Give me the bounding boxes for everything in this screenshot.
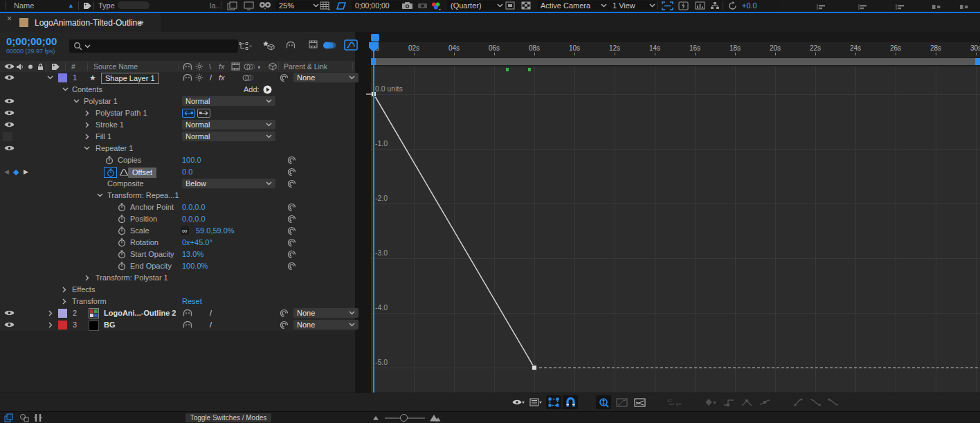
stopwatch-icon[interactable]: [118, 225, 126, 236]
group-row-polystar-path[interactable]: Polystar Path 1: [0, 107, 355, 120]
previous-keyframe-icon[interactable]: ◀: [4, 166, 9, 177]
expression-pickwhip-icon[interactable]: [287, 166, 296, 177]
parent-dropdown[interactable]: None: [293, 308, 359, 318]
group-label[interactable]: Transform: Repea...1: [107, 190, 179, 201]
property-value[interactable]: 0.0,0.0: [182, 213, 206, 224]
group-row-polystar[interactable]: Polystar 1 Normal: [0, 96, 355, 108]
easy-ease-icon[interactable]: [792, 395, 807, 409]
graph-editor-canvas[interactable]: 0.0 units-1.0-2.0-3.0-4.0-5.0: [371, 66, 980, 393]
parent-pickwhip-icon[interactable]: [280, 72, 289, 83]
expander-icon[interactable]: [62, 296, 66, 307]
close-icon[interactable]: ×: [7, 13, 12, 24]
property-row-scale[interactable]: Scale ∞ 59.0,59.0%: [0, 225, 355, 237]
auto-zoom-height-icon[interactable]: [596, 395, 611, 409]
layer-color-swatch[interactable]: [58, 321, 67, 330]
property-row-anchor-point[interactable]: Anchor Point 0.0,0.0: [0, 201, 355, 214]
visibility-icon[interactable]: [4, 119, 15, 130]
motion-blur-toggle-icon[interactable]: [242, 72, 254, 83]
snapshot-camera-icon[interactable]: [401, 1, 413, 10]
distribute-center-icon[interactable]: [959, 4, 969, 10]
next-keyframe-icon[interactable]: ▶: [24, 166, 28, 177]
shy-switch-icon[interactable]: [183, 63, 192, 70]
expand-layer-switches-icon[interactable]: [4, 413, 15, 422]
navigator-start-handle[interactable]: [371, 34, 379, 42]
property-value[interactable]: 13.0%: [182, 249, 203, 260]
group-label[interactable]: Fill 1: [96, 131, 111, 142]
show-channel-icon[interactable]: [430, 1, 442, 10]
snap-icon[interactable]: [563, 395, 578, 409]
hide-shy-layers-icon[interactable]: [286, 42, 296, 48]
keyframe-diamond-icon[interactable]: ◆: [13, 166, 19, 177]
fit-all-graphs-icon[interactable]: [632, 395, 647, 409]
project-type-column[interactable]: Type: [98, 0, 115, 11]
edit-selected-keyframes-icon[interactable]: [703, 395, 718, 409]
solo-column-icon[interactable]: [27, 64, 34, 70]
motion-blur-switch-icon[interactable]: [244, 63, 255, 71]
include-in-graph-icon[interactable]: [119, 166, 129, 177]
expander-icon[interactable]: [62, 84, 69, 95]
parent-pickwhip-icon[interactable]: [280, 319, 289, 330]
layer-color-swatch[interactable]: [58, 309, 67, 318]
path-direction-reverse-icon[interactable]: [182, 107, 195, 118]
group-row-transform[interactable]: Transform Reset: [0, 296, 355, 308]
pixel-aspect-correction-icon[interactable]: [662, 1, 673, 10]
stopwatch-icon[interactable]: [118, 249, 126, 260]
shy-toggle-icon[interactable]: [183, 319, 192, 330]
fit-selection-icon[interactable]: [614, 395, 629, 409]
easy-ease-in-icon[interactable]: [808, 395, 824, 409]
expander-icon[interactable]: [48, 307, 53, 318]
property-value[interactable]: 0x+45.0°: [182, 237, 212, 248]
expander-icon[interactable]: [73, 96, 80, 107]
group-label[interactable]: Effects: [72, 284, 95, 295]
property-label[interactable]: Copies: [118, 154, 141, 165]
group-row-effects[interactable]: Effects: [0, 284, 355, 296]
timeline-zoom-slider-knob[interactable]: [400, 414, 408, 422]
expand-transfer-controls-icon[interactable]: [19, 413, 30, 422]
show-snapshot-icon[interactable]: [417, 1, 428, 10]
property-row-composite[interactable]: Composite Below: [0, 178, 355, 190]
pane-divider[interactable]: [355, 32, 371, 423]
auto-bezier-keyframe-icon[interactable]: [757, 395, 772, 409]
property-row-rotation[interactable]: Rotation 0x+45.0°: [0, 237, 355, 249]
search-input[interactable]: [69, 39, 238, 53]
align-left-icon[interactable]: [817, 4, 826, 10]
constrain-proportions-icon[interactable]: ∞: [181, 226, 189, 235]
expression-pickwhip-icon[interactable]: [287, 237, 296, 248]
group-label[interactable]: Polystar 1: [84, 96, 118, 107]
transform-box-icon[interactable]: [546, 395, 561, 409]
composition-tab[interactable]: × LogoAnimation-Tilted-Outline ≡: [0, 13, 161, 32]
parent-dropdown[interactable]: None: [293, 73, 359, 82]
work-area-bar[interactable]: [376, 58, 975, 65]
layer-row-3[interactable]: 3 BG / None: [0, 319, 355, 332]
group-row-contents[interactable]: Contents Add:: [0, 84, 355, 96]
keyframe-point[interactable]: [532, 366, 537, 370]
property-label[interactable]: Rotation: [130, 237, 158, 248]
group-label[interactable]: Contents: [72, 84, 102, 95]
current-timecode[interactable]: 0;00;00;00: [6, 35, 57, 47]
reset-link[interactable]: Reset: [182, 296, 202, 307]
stopwatch-icon[interactable]: [118, 237, 126, 248]
magnification-dropdown[interactable]: 25%: [275, 1, 323, 10]
comp-tab-title[interactable]: LogoAnimation-Tilted-Outline: [35, 13, 142, 32]
composite-dropdown[interactable]: Below: [182, 179, 275, 188]
flowchart-panel-icon[interactable]: [710, 1, 720, 10]
property-value[interactable]: 59.0,59.0%: [196, 225, 235, 236]
property-row-offset[interactable]: ◀ ◆ ▶ Offset 0.0: [0, 166, 355, 179]
visibility-icon[interactable]: [4, 107, 15, 118]
expression-pickwhip-icon[interactable]: [287, 225, 296, 236]
zoom-out-icon[interactable]: [372, 415, 381, 420]
work-area-end-handle[interactable]: [975, 58, 980, 65]
parent-pickwhip-icon[interactable]: [280, 307, 289, 318]
view-layout-dropdown[interactable]: 1 View: [609, 1, 659, 10]
layer-name[interactable]: LogoAni...-Outline 2: [104, 307, 176, 318]
layer-name[interactable]: Shape Layer 1: [101, 73, 159, 84]
expander-icon[interactable]: [85, 131, 89, 142]
parent-link-column[interactable]: Parent & Link: [284, 61, 327, 72]
show-properties-icon[interactable]: [511, 395, 526, 409]
collapse-toggle-icon[interactable]: [195, 72, 203, 83]
expander-icon[interactable]: [97, 190, 103, 201]
expander-icon[interactable]: [85, 119, 89, 130]
resolution-dropdown[interactable]: (Quarter): [447, 1, 507, 10]
playhead-line[interactable]: [373, 51, 374, 393]
keyframe-in-handle[interactable]: [366, 93, 372, 95]
